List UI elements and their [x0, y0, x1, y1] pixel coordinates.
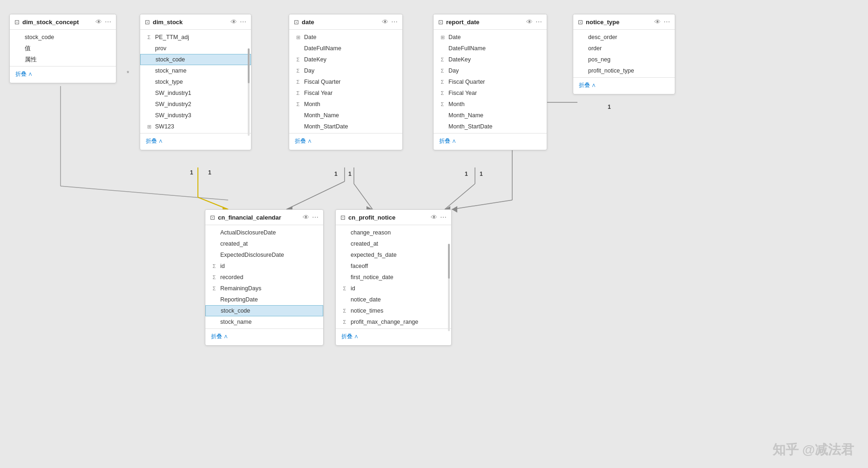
table-icon: ⊡: [340, 214, 346, 221]
more-icon[interactable]: ⋯: [536, 18, 542, 26]
eye-icon[interactable]: 👁: [303, 214, 309, 221]
collapse-link[interactable]: 折叠 ∧: [205, 330, 234, 343]
sigma-icon: Σ: [211, 274, 217, 280]
eye-icon[interactable]: 👁: [382, 18, 388, 26]
sigma-icon: Σ: [439, 90, 446, 96]
svg-text:1: 1: [608, 104, 611, 110]
sigma-icon: Σ: [211, 286, 217, 291]
table-title: notice_type: [586, 19, 651, 26]
field-row: Σ id: [205, 261, 323, 272]
field-name: prov: [155, 45, 166, 52]
header-actions[interactable]: 👁 ⋯: [654, 18, 670, 26]
field-row: SW_industry2: [140, 99, 251, 110]
svg-text:1: 1: [348, 171, 352, 177]
field-name: order: [588, 45, 602, 52]
field-row: SW_industry1: [140, 87, 251, 99]
field-name: Fiscal Quarter: [304, 79, 341, 85]
field-row: DateFullName: [289, 43, 402, 54]
field-name: profit_max_change_range: [351, 319, 418, 325]
eye-icon[interactable]: 👁: [654, 18, 661, 26]
header-actions[interactable]: 👁 ⋯: [382, 18, 398, 26]
field-row: created_at: [205, 238, 323, 249]
sigma-icon: Σ: [295, 68, 301, 74]
collapse-link[interactable]: 折叠 ∧: [336, 330, 364, 343]
table-body: Σ PE_TTM_adj prov stock_code stock_name …: [140, 30, 251, 150]
field-row: DateFullName: [434, 43, 547, 54]
field-row: Σ profit_max_change_range: [336, 316, 451, 328]
more-icon[interactable]: ⋯: [391, 18, 398, 26]
header-actions[interactable]: 👁 ⋯: [231, 18, 246, 26]
field-name: stock_name: [155, 67, 186, 74]
svg-line-12: [286, 181, 345, 209]
collapse-link[interactable]: 折叠 ∧: [434, 134, 462, 148]
field-row: Month_Name: [289, 110, 402, 121]
svg-text:1: 1: [334, 171, 338, 177]
field-name: SW_industry3: [155, 112, 191, 119]
more-icon[interactable]: ⋯: [664, 18, 670, 26]
field-name: ExpectedDisclosureDate: [220, 252, 284, 258]
more-icon[interactable]: ⋯: [440, 214, 447, 221]
field-row: created_at: [336, 238, 451, 249]
field-row: ReportingDate: [205, 294, 323, 305]
field-row: prov: [140, 43, 251, 54]
header-actions[interactable]: 👁 ⋯: [95, 18, 111, 26]
field-name: Month_Name: [304, 112, 339, 119]
table-title: dim_stock_concept: [22, 19, 93, 26]
field-name: Fiscal Year: [304, 90, 332, 96]
more-icon[interactable]: ⋯: [240, 18, 246, 26]
field-name: Fiscal Quarter: [448, 79, 485, 85]
field-name: desc_order: [588, 34, 617, 40]
collapse-link[interactable]: 折叠 ∧: [140, 134, 169, 148]
svg-text:1: 1: [190, 169, 193, 176]
field-name: DateKey: [304, 56, 326, 63]
field-row: notice_date: [336, 294, 451, 305]
field-name: ActualDisclosureDate: [220, 229, 276, 236]
divider: [140, 133, 251, 134]
table-body: desc_order order pos_neg profit_notice_t…: [573, 30, 675, 94]
eye-icon[interactable]: 👁: [95, 18, 102, 26]
field-name: DateFullName: [448, 45, 486, 52]
sigma-icon: Σ: [341, 308, 348, 314]
sigma-icon: Σ: [341, 286, 348, 291]
eye-icon[interactable]: 👁: [231, 18, 237, 26]
canvas: * * 1 1 * * 1 1 * * *: [0, 0, 868, 468]
table-header-dim-stock: ⊡ dim_stock 👁 ⋯: [140, 14, 251, 30]
collapse-link[interactable]: 折叠 ∧: [10, 67, 38, 81]
divider: [434, 133, 547, 134]
eye-icon[interactable]: 👁: [526, 18, 533, 26]
field-name: change_reason: [351, 229, 391, 236]
field-row: Σ notice_times: [336, 305, 451, 316]
table-header-date: ⊡ date 👁 ⋯: [289, 14, 402, 30]
eye-icon[interactable]: 👁: [431, 214, 437, 221]
svg-line-1: [61, 186, 228, 200]
table-icon: ⊞: [439, 34, 446, 40]
sigma-icon: Σ: [295, 79, 301, 85]
field-row: change_reason: [336, 227, 451, 238]
field-name: Fiscal Year: [448, 90, 477, 96]
table-date: ⊡ date 👁 ⋯ ⊞ Date DateFullName Σ DateKey…: [289, 14, 403, 150]
field-name: id: [351, 285, 355, 292]
field-row: ⊞ Date: [434, 32, 547, 43]
header-actions[interactable]: 👁 ⋯: [431, 214, 447, 221]
field-name: 属性: [25, 56, 37, 64]
field-name: SW123: [155, 123, 174, 130]
collapse-link[interactable]: 折叠 ∧: [573, 79, 602, 92]
svg-text:1: 1: [465, 171, 468, 177]
scrollbar[interactable]: [448, 244, 450, 331]
header-actions[interactable]: 👁 ⋯: [526, 18, 542, 26]
field-row: faceoff: [336, 261, 451, 272]
table-body: ⊞ Date DateFullName Σ DateKey Σ Day Σ Fi…: [289, 30, 402, 150]
field-row: Σ DateKey: [289, 54, 402, 65]
field-name: DateKey: [448, 56, 471, 63]
scrollbar[interactable]: [248, 48, 250, 136]
more-icon[interactable]: ⋯: [105, 18, 111, 26]
collapse-link[interactable]: 折叠 ∧: [289, 134, 318, 148]
field-row: Σ recorded: [205, 272, 323, 283]
field-row: Σ Fiscal Quarter: [434, 76, 547, 87]
field-row: Month_StartDate: [289, 121, 402, 132]
svg-line-5: [198, 197, 228, 209]
field-name: SW_industry2: [155, 101, 191, 107]
more-icon[interactable]: ⋯: [312, 214, 319, 221]
header-actions[interactable]: 👁 ⋯: [303, 214, 319, 221]
divider: [336, 328, 451, 329]
